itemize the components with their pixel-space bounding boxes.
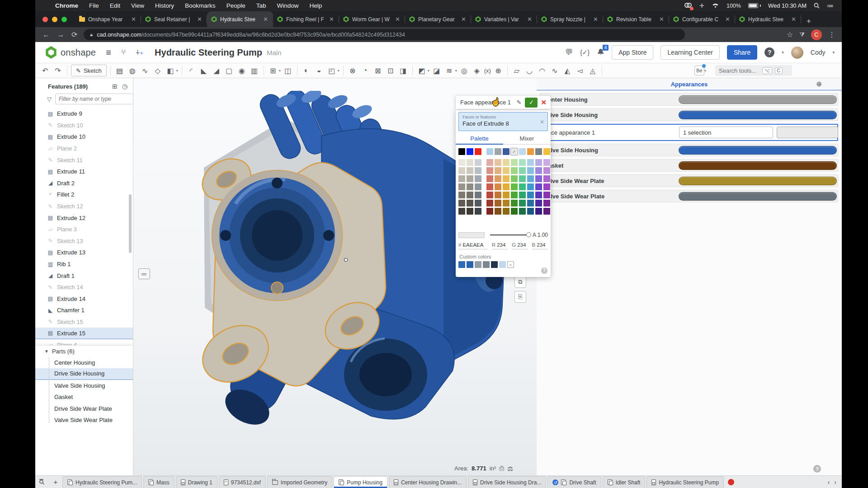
- thicken-icon[interactable]: ◧: [165, 65, 176, 76]
- feature-item[interactable]: ◢Draft 2: [35, 178, 133, 189]
- split-icon[interactable]: ◒: [314, 65, 325, 76]
- palette-swatch[interactable]: [467, 183, 473, 190]
- variable-icon[interactable]: (x): [484, 65, 491, 76]
- composite-curve-icon[interactable]: ◡: [524, 65, 535, 76]
- close-window-button[interactable]: [42, 17, 48, 22]
- clear-selection-icon[interactable]: ✕: [540, 119, 544, 125]
- mass-properties-icon[interactable]: ⚖︎: [507, 465, 513, 472]
- faces-selection-field[interactable]: Faces or features Face of Extrude 8 ✕: [458, 112, 548, 131]
- transform-icon[interactable]: ◰: [326, 65, 337, 76]
- extensions-icon[interactable]: ⧩: [799, 31, 805, 38]
- appearance-row[interactable]: Face appearance 11 selection: [540, 124, 838, 141]
- palette-swatch[interactable]: [467, 208, 473, 215]
- manage-tabs-icon[interactable]: [35, 476, 49, 488]
- palette-swatch[interactable]: [535, 183, 542, 190]
- shell-icon[interactable]: ▢: [224, 65, 235, 76]
- menu-item-people[interactable]: People: [226, 2, 245, 9]
- menu-item-help[interactable]: Help: [309, 2, 322, 9]
- appearance-row[interactable]: Drive Side Housing: [540, 108, 838, 121]
- palette-swatch[interactable]: [486, 183, 493, 190]
- palette-swatch[interactable]: [535, 192, 542, 198]
- appearance-color-bar[interactable]: [679, 161, 837, 170]
- palette-swatch[interactable]: [467, 159, 473, 166]
- linear-pattern-icon[interactable]: ⊞: [268, 65, 278, 76]
- palette-swatch[interactable]: [519, 208, 526, 215]
- boolean-icon[interactable]: ◐: [301, 65, 312, 76]
- appearance-color-bar[interactable]: [679, 111, 837, 119]
- redo-icon[interactable]: ↷: [52, 65, 63, 76]
- palette-swatch[interactable]: [475, 200, 481, 206]
- feature-item[interactable]: ▱Plane 4: [35, 339, 133, 345]
- palette-swatch[interactable]: [503, 148, 509, 155]
- user-name[interactable]: Cody: [811, 49, 826, 56]
- boundary-surface-icon[interactable]: ◪: [431, 65, 442, 76]
- part-item[interactable]: Center Housing: [35, 357, 133, 368]
- palette-swatch[interactable]: [495, 159, 501, 166]
- palette-swatch[interactable]: [503, 175, 509, 182]
- tab-close-icon[interactable]: ✕: [196, 16, 203, 23]
- palette-swatch[interactable]: [458, 192, 465, 198]
- chevron-down-icon[interactable]: ▾: [176, 69, 178, 73]
- palette-swatch[interactable]: [458, 148, 465, 155]
- cancel-icon[interactable]: ✕: [541, 99, 547, 107]
- chevron-down-icon[interactable]: ▾: [279, 69, 281, 73]
- loft-icon[interactable]: ◇: [152, 65, 163, 76]
- palette-swatch[interactable]: [495, 148, 501, 155]
- tabs-next-icon[interactable]: ›: [834, 479, 836, 486]
- reload-button[interactable]: ⟳: [71, 30, 77, 39]
- palette-swatch[interactable]: [527, 192, 534, 198]
- plane-icon[interactable]: ▱: [511, 65, 522, 76]
- appearance-row[interactable]: Valve Side Housing: [540, 144, 838, 156]
- palette-swatch[interactable]: [495, 208, 501, 215]
- feature-item[interactable]: ✎Sketch 15: [35, 316, 133, 328]
- help-button[interactable]: ?: [764, 47, 774, 57]
- palette-swatch[interactable]: [519, 159, 526, 166]
- tab-close-icon[interactable]: ✕: [724, 16, 731, 23]
- part-item[interactable]: Gasket: [35, 391, 133, 403]
- palette-swatch[interactable]: [543, 192, 550, 198]
- red-field[interactable]: R234: [492, 242, 508, 249]
- palette-swatch[interactable]: [535, 148, 542, 155]
- app-status-icon[interactable]: [684, 3, 692, 9]
- custom-color-swatch[interactable]: [467, 261, 473, 268]
- palette-swatch[interactable]: [458, 175, 465, 182]
- menu-item-file[interactable]: File: [89, 2, 99, 9]
- palette-swatch[interactable]: [535, 175, 542, 182]
- palette-swatch[interactable]: [527, 183, 534, 190]
- menu-item-bookmarks[interactable]: Bookmarks: [185, 2, 216, 9]
- versions-icon[interactable]: ⑂: [121, 48, 126, 57]
- green-field[interactable]: G234: [512, 242, 528, 249]
- paste-appearance-button[interactable]: ⎘: [514, 291, 526, 303]
- notifications-bell-icon[interactable]: 🔔︎4: [597, 48, 604, 57]
- palette-swatch[interactable]: [519, 148, 526, 155]
- custom-color-swatch[interactable]: [483, 261, 490, 268]
- replace-face-icon[interactable]: ◨: [398, 65, 409, 76]
- tab-close-icon[interactable]: ✕: [262, 16, 269, 23]
- feature-item[interactable]: ▤Extrude 13: [35, 247, 133, 258]
- add-custom-color-button[interactable]: +: [507, 261, 514, 268]
- palette-swatch[interactable]: [535, 200, 542, 206]
- element-tab[interactable]: 9734512.dxf: [219, 476, 266, 488]
- feature-item[interactable]: ▤Extrude 9: [35, 108, 133, 120]
- document-title[interactable]: Hydraulic Steering Pump: [155, 47, 262, 58]
- palette-swatch[interactable]: [458, 167, 465, 174]
- palette-swatch[interactable]: [511, 183, 518, 190]
- element-tab[interactable]: Drawing 1: [176, 476, 217, 488]
- palette-swatch[interactable]: [458, 183, 465, 190]
- sketch-button[interactable]: ✎Sketch: [71, 65, 107, 76]
- dialog-help-icon[interactable]: ?: [541, 267, 547, 274]
- feature-item[interactable]: ▥Rib 1: [35, 258, 133, 270]
- tab-close-icon[interactable]: ✕: [460, 16, 467, 23]
- confirm-button[interactable]: ✓: [525, 98, 538, 108]
- feature-item[interactable]: ◜Fillet 2: [35, 189, 133, 201]
- feature-item[interactable]: ▤Extrude 14: [35, 293, 133, 305]
- palette-swatch[interactable]: [519, 200, 526, 206]
- menu-item-view[interactable]: View: [131, 2, 144, 9]
- part-item[interactable]: Valve Side Wear Plate: [35, 414, 133, 426]
- palette-swatch[interactable]: [543, 167, 550, 174]
- menubar-clock[interactable]: Wed 10:30 AM: [768, 2, 807, 9]
- panel-help-icon[interactable]: ?: [813, 465, 821, 473]
- palette-swatch[interactable]: [543, 200, 550, 206]
- palette-swatch[interactable]: [511, 159, 518, 166]
- menu-item-history[interactable]: History: [155, 2, 174, 9]
